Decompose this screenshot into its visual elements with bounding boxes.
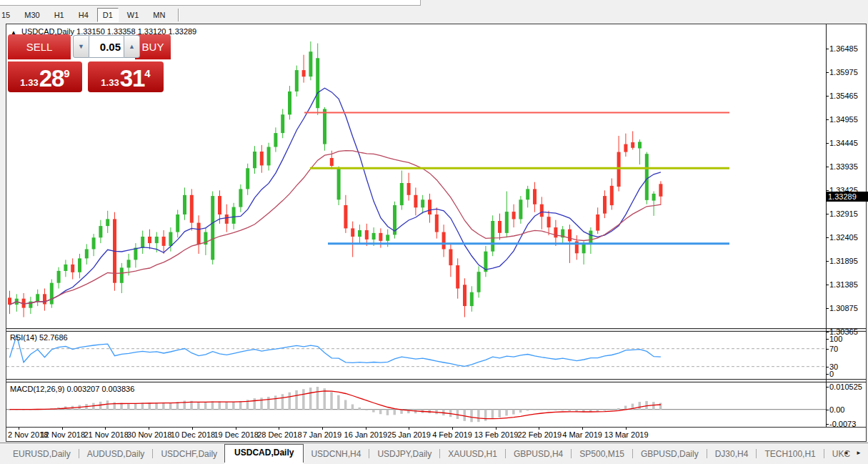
- rsi-axis-label: 0: [829, 370, 834, 378]
- date-tick: [539, 428, 539, 430]
- price-axis-label: 1.30875: [829, 304, 858, 312]
- date-tick: [192, 428, 193, 430]
- tab-item-gbpusd-h4[interactable]: GBPUSD,H4: [507, 446, 570, 462]
- date-tick: [496, 428, 497, 430]
- rsi-axis-label: 100: [829, 335, 842, 343]
- date-tick: [19, 428, 19, 430]
- price-axis-label: 1.31895: [829, 257, 858, 265]
- tab-divider: [79, 449, 79, 458]
- macd-axis-label: 0.00: [829, 405, 844, 414]
- ask-price-prefix: 1.33: [101, 77, 119, 88]
- ask-price-display[interactable]: 1.33 31 4: [88, 61, 164, 92]
- date-tick: [322, 428, 323, 430]
- date-label: 19 Dec 2018: [214, 430, 257, 439]
- toolbar-separator: [178, 9, 179, 21]
- tab-item-usdjpy-daily[interactable]: USDJPY,Daily: [370, 446, 439, 462]
- chart-ohlc-values: 1.33150 1.33358 1.33120 1.33289: [76, 27, 196, 36]
- date-label: 4 Feb 2019: [431, 430, 474, 439]
- date-tick: [409, 428, 409, 430]
- chart-tabs-bar: EURUSD,DailyAUDUSD,DailyUSDCHF,DailyUSDC…: [0, 443, 868, 464]
- tab-item-dj30-h4[interactable]: DJ30,H4: [708, 446, 756, 462]
- tf-button-W1[interactable]: W1: [121, 8, 145, 22]
- date-tick: [452, 428, 453, 430]
- price-axis-label: 1.33935: [829, 162, 858, 171]
- volume-input[interactable]: [89, 35, 124, 58]
- tab-item-gbpusd-daily[interactable]: GBPUSD,Daily: [634, 446, 706, 462]
- bid-price-big: 28: [39, 66, 64, 91]
- date-label: 28 Dec 2018: [257, 430, 300, 439]
- price-axis-label: 1.34445: [829, 139, 858, 147]
- date-label: 30 Nov 2018: [127, 430, 170, 439]
- date-label: 22 Feb 2019: [517, 430, 560, 439]
- tab-item-usdcnh-h4[interactable]: USDCNH,H4: [304, 446, 368, 462]
- tab-divider: [756, 449, 757, 458]
- chart-title: ▲ USDCAD,Daily 1.33150 1.33358 1.33120 1…: [11, 27, 196, 36]
- upper-panel-edge: [0, 0, 421, 6]
- trading-app-window: 15M30H1H4D1W1MN ▲ USDCAD,Daily 1.33150 1…: [0, 0, 868, 464]
- tab-scroll-buttons: ◄ ►: [843, 450, 864, 456]
- date-label: 13 Feb 2019: [474, 430, 517, 439]
- volume-decrease-button[interactable]: ▼: [73, 35, 89, 58]
- tf-button-M30[interactable]: M30: [19, 8, 45, 22]
- tf-button-H1[interactable]: H1: [49, 8, 70, 22]
- tab-divider: [439, 449, 440, 458]
- price-axis-label: 1.32915: [829, 209, 858, 218]
- date-label: 13 Mar 2019: [604, 430, 647, 439]
- tab-item-eurusd-daily[interactable]: EURUSD,Daily: [6, 446, 78, 462]
- price-axis-label: 1.36485: [829, 44, 858, 53]
- one-click-trade-panel: SELL ▼ ▲ BUY 1.33 28 9 1.33 31 4: [8, 34, 171, 93]
- chart-window[interactable]: ▲ USDCAD,Daily 1.33150 1.33358 1.33120 1…: [6, 24, 867, 442]
- tab-item-tech100-h1[interactable]: TECH100,H1: [757, 446, 822, 462]
- date-label: 12 Nov 2018: [41, 430, 84, 439]
- date-label: 4 Mar 2019: [561, 430, 604, 439]
- collapse-triangle-icon: ▲: [11, 29, 16, 36]
- price-axis-label: 1.35465: [829, 92, 858, 100]
- date-label: 16 Jan 2019: [344, 430, 387, 439]
- date-axis: 2 Nov 201812 Nov 201821 Nov 201830 Nov 2…: [6, 428, 826, 441]
- chart-symbol-label: USDCAD,Daily: [21, 27, 74, 36]
- price-axis-label: 1.31385: [829, 280, 858, 289]
- tab-item-usdcad-daily[interactable]: USDCAD,Daily: [224, 444, 304, 463]
- date-label: 7 Jan 2019: [301, 430, 344, 439]
- tf-button-H4[interactable]: H4: [73, 8, 94, 22]
- tab-item-audusd-daily[interactable]: AUDUSD,Daily: [80, 446, 152, 462]
- bid-price-display[interactable]: 1.33 28 9: [8, 61, 82, 92]
- date-label: 21 Nov 2018: [84, 430, 126, 439]
- date-label: 25 Jan 2019: [387, 430, 430, 439]
- date-tick: [236, 428, 236, 430]
- tab-divider: [707, 449, 707, 458]
- ask-price-pip: 4: [144, 67, 150, 79]
- date-tick: [366, 428, 366, 430]
- tab-divider: [632, 449, 633, 458]
- bid-price-pip: 9: [64, 67, 69, 79]
- volume-stepper: ▼ ▲: [73, 35, 140, 58]
- tab-item-usdchf-daily[interactable]: USDCHF,Daily: [154, 446, 224, 462]
- tab-scroll-right-button[interactable]: ►: [856, 450, 864, 456]
- macd-axis-label: 0.010525: [829, 382, 862, 391]
- tf-button-D1[interactable]: D1: [97, 8, 119, 22]
- tab-item-xauusd-h1[interactable]: XAUUSD,H1: [441, 446, 504, 462]
- volume-increase-button[interactable]: ▲: [124, 35, 140, 58]
- date-tick: [105, 428, 106, 430]
- tab-item-sp500-m15[interactable]: SP500,M15: [572, 446, 632, 462]
- date-tick: [279, 428, 279, 430]
- rsi-panel-canvas[interactable]: [6, 331, 826, 379]
- tf-button-15[interactable]: 15: [0, 8, 16, 22]
- chevron-up-icon: ▲: [129, 43, 135, 50]
- buy-button[interactable]: BUY: [135, 34, 171, 60]
- date-tick: [149, 428, 149, 430]
- tab-divider: [369, 449, 369, 458]
- tf-button-MN[interactable]: MN: [147, 8, 171, 22]
- rsi-label: RSI(14) 52.7686: [10, 333, 68, 342]
- ask-price-big: 31: [120, 66, 145, 91]
- tab-divider: [824, 449, 824, 458]
- price-axis-label: 1.32405: [829, 233, 858, 242]
- current-price-badge: 1.33289: [826, 192, 868, 202]
- tab-divider: [505, 449, 506, 458]
- macd-label: MACD(12,26,9) 0.003207 0.003836: [10, 385, 134, 393]
- rsi-axis-label: 70: [829, 345, 838, 353]
- tab-scroll-left-button[interactable]: ◄: [843, 450, 852, 456]
- sell-button[interactable]: SELL: [8, 34, 71, 60]
- date-tick: [62, 428, 63, 430]
- tab-divider: [152, 449, 153, 458]
